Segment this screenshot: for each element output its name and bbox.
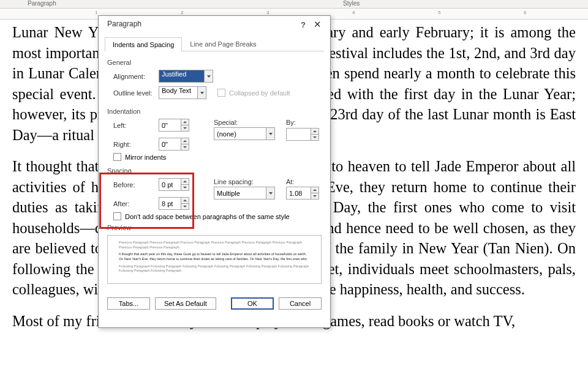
spinner-down-icon	[181, 204, 189, 209]
indent-by-label: By:	[286, 119, 319, 126]
spinner-down-icon	[311, 135, 318, 140]
spacing-at-spinner[interactable]: 1.08	[286, 187, 319, 199]
indent-left-label: Left:	[113, 122, 159, 129]
outline-level-combo[interactable]: Body Text	[159, 86, 206, 99]
chevron-down-icon	[266, 128, 274, 140]
ok-button[interactable]: OK	[231, 297, 274, 310]
paragraph-dialog: Paragraph ? ✕ Indents and Spacing Line a…	[98, 15, 331, 328]
dialog-titlebar[interactable]: Paragraph ? ✕	[99, 16, 330, 34]
line-spacing-combo[interactable]: Multiple	[214, 187, 275, 199]
ribbon-group-paragraph: Paragraph	[28, 0, 56, 7]
spacing-after-spinner[interactable]: 8 pt	[159, 197, 189, 210]
chevron-down-icon	[266, 187, 274, 199]
ruler-number: 5	[438, 10, 440, 15]
spacing-after-label: After:	[113, 200, 159, 207]
mirror-indents-label: Mirror indents	[125, 154, 166, 161]
spacing-before-label: Before:	[113, 181, 159, 188]
outline-level-label: Outline level:	[113, 89, 159, 97]
group-indentation-label: Indentation	[107, 108, 322, 115]
no-space-same-style-label: Don't add space between paragraphs of th…	[125, 213, 290, 220]
alignment-combo[interactable]: Justified	[159, 70, 213, 83]
indent-left-spinner[interactable]: 0"	[159, 119, 189, 132]
preview-grey-text: Following Paragraph Following Paragraph …	[119, 264, 310, 274]
outline-level-value: Body Text	[159, 87, 197, 99]
indent-by-spinner[interactable]	[286, 128, 319, 141]
set-default-button[interactable]: Set As Default	[155, 297, 216, 310]
collapsed-label: Collapsed by default	[229, 89, 290, 97]
help-icon[interactable]: ?	[301, 20, 306, 29]
cancel-button[interactable]: Cancel	[279, 297, 322, 310]
ruler-number: 1	[95, 10, 97, 15]
spinner-up-icon	[181, 138, 189, 144]
chevron-down-icon	[197, 87, 206, 99]
chevron-down-icon	[204, 70, 213, 82]
spacing-before-spinner[interactable]: 0 pt	[159, 178, 189, 191]
dialog-tabs: Indents and Spacing Line and Page Breaks	[105, 37, 324, 51]
group-spacing-label: Spacing	[107, 167, 322, 174]
ribbon-strip: Paragraph Styles	[0, 0, 588, 9]
tab-line-page-breaks[interactable]: Line and Page Breaks	[182, 37, 264, 51]
spacing-at-label: At:	[286, 178, 319, 185]
ruler-number: 3	[266, 10, 269, 15]
alignment-value: Justified	[159, 70, 204, 82]
dialog-title: Paragraph	[107, 20, 141, 28]
alignment-label: Alignment:	[113, 73, 159, 80]
ruler-number: 4	[352, 10, 355, 15]
ruler-number: 2	[181, 10, 183, 15]
group-preview-label: Preview	[107, 224, 322, 231]
preview-sample-text: It thought that each year on this day, t…	[119, 252, 310, 261]
spinner-down-icon	[181, 144, 189, 150]
spinner-up-icon	[311, 187, 318, 193]
preview-box: Previous Paragraph Previous Paragraph Pr…	[107, 235, 322, 284]
collapsed-checkbox	[217, 89, 225, 97]
mirror-indents-checkbox[interactable]	[113, 153, 121, 161]
line-spacing-label: Line spacing:	[214, 178, 275, 185]
no-space-same-style-checkbox[interactable]	[113, 212, 121, 220]
special-label: Special:	[214, 119, 275, 126]
spinner-up-icon	[181, 119, 189, 125]
close-icon[interactable]: ✕	[311, 19, 324, 30]
group-general-label: General	[107, 59, 322, 66]
spinner-up-icon	[311, 129, 318, 135]
preview-grey-text: Previous Paragraph Previous Paragraph Pr…	[119, 240, 310, 250]
tab-indents-spacing[interactable]: Indents and Spacing	[105, 37, 182, 51]
ruler-number: 6	[524, 10, 526, 15]
spinner-down-icon	[181, 125, 189, 131]
special-combo[interactable]: (none)	[214, 127, 275, 140]
tabs-button[interactable]: Tabs...	[107, 297, 150, 310]
ribbon-group-styles: Styles	[343, 0, 360, 7]
spinner-down-icon	[311, 193, 318, 199]
spinner-up-icon	[181, 179, 189, 185]
indent-right-spinner[interactable]: 0"	[159, 138, 189, 151]
spinner-up-icon	[181, 198, 189, 204]
indent-right-label: Right:	[113, 141, 159, 148]
spinner-down-icon	[181, 185, 189, 190]
